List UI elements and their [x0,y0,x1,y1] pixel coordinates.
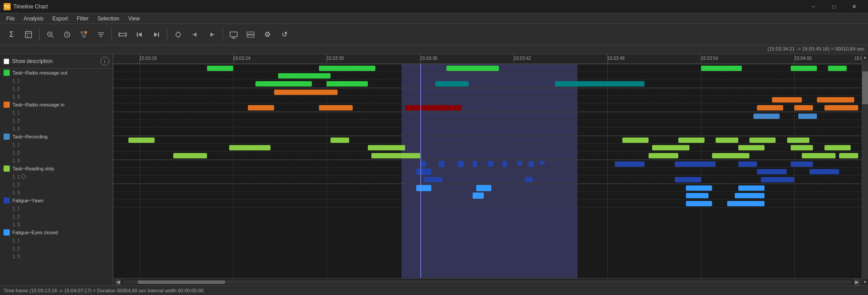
show-description-label[interactable]: Show description [12,58,52,64]
tick-1606: 15:04:06 [854,56,862,61]
vscroll-track[interactable] [862,60,868,279]
svg-point-22 [176,32,180,37]
track-group-yawn: Fatigue~Yawn 1. 1 1. 2 1. 3 [0,197,113,228]
main-area: (15:03:34:21 -> 15:03:45:16) = 00010,84 … [0,45,868,295]
track-color-recording [4,134,10,140]
track-row-yawn-1: 1. 1 [0,205,113,212]
content-area: Show description i Task~Radio message ou… [0,54,868,285]
track-row-eyes-1: 1. 1 [0,236,113,244]
selection-info: (15:03:34:21 -> 15:03:45:16) = 00010,84 … [768,46,864,51]
close-button[interactable]: ✕ [844,0,864,13]
track-name-yawn: Fatigue~Yawn [12,198,44,203]
svg-rect-0 [25,31,32,38]
tick-1536: 15:03:36 [420,56,438,61]
track-row-radio-in-1: 1. 1 [0,109,113,117]
tick-1518: 15:03:18 [139,56,157,61]
jump-end-button[interactable] [148,27,164,43]
track-row-yawn-3: 1. 3 [0,220,113,228]
timeline-header: 15:03:18 15:03:24 15:03:30 15:03:36 15:0… [113,54,862,64]
track-group-radio-out: Task~Radio message out 1. 1 1. 2 1. 3 [0,69,113,101]
info-button[interactable]: i [100,57,109,66]
window-title: Timeline Chart [13,4,803,10]
row-reading-3 [113,152,862,160]
track-label-radio-out: Task~Radio message out [0,69,113,77]
svg-rect-33 [247,35,254,37]
toolbar-sep-2 [111,28,112,41]
stack-button[interactable] [243,27,259,43]
svg-marker-20 [154,32,158,37]
svg-rect-32 [247,32,254,34]
scroll-track[interactable] [123,280,852,284]
menu-view[interactable]: View [124,15,144,23]
svg-marker-25 [194,32,196,37]
horizontal-scrollbar[interactable]: ◀ ▶ [113,278,862,285]
prev-button[interactable] [187,27,203,43]
vertical-scrollbar[interactable]: ▲ ▼ [862,54,868,285]
track-row-eyes-3: 1. 3 [0,252,113,260]
status-text: Time frame (15:03:13:18 -> 15:04:07:17) … [4,288,203,293]
menu-filter[interactable]: Filter [72,15,93,23]
refresh-button[interactable]: ↺ [276,27,292,43]
chart-area[interactable]: 15:03:18 15:03:24 15:03:30 15:03:36 15:0… [113,54,862,285]
track-group-radio-in: Task~Radio message in 1. 1 1. 2 1. 3 [0,101,113,133]
tick-1548: 15:03:48 [607,56,625,61]
track-color-eyes-closed [4,229,10,236]
next-button[interactable] [204,27,220,43]
track-label-reading: Task~Reading strip [0,165,113,173]
track-row-radio-out-3: 1. 3 [0,93,113,101]
row-yawn-2 [113,168,862,176]
display-button[interactable] [226,27,242,43]
track-label-recording: Task~Recording [0,133,113,141]
track-group-eyes-closed: Fatigue~Eyes closed 1. 1 1. 2 1. 3 [0,228,113,260]
scroll-left-arrow[interactable]: ◀ [115,279,121,285]
settings-button[interactable]: ⚙ [259,27,275,43]
titlebar: TC Timeline Chart − □ ✕ [0,0,868,13]
show-description-checkbox[interactable] [4,59,9,64]
track-row-recording-3: 1. 3 [0,157,113,165]
vscroll-down-arrow[interactable]: ▼ [862,279,868,285]
svg-rect-15 [119,33,126,36]
vscroll-thumb[interactable] [862,71,868,104]
export-table-button[interactable] [20,27,36,43]
menu-export[interactable]: Export [48,15,72,23]
tick-1524: 15:03:24 [233,56,251,61]
track-group-recording: Task~Recording 1. 1 1. 2 1. 3 [0,133,113,165]
vscroll-up-arrow[interactable]: ▲ [862,54,868,60]
row-recording-1 [113,112,862,120]
row-eyes-1 [113,184,862,192]
minimize-button[interactable]: − [803,0,824,13]
track-name-reading: Task~Reading strip [12,166,54,171]
jump-start-button[interactable] [131,27,147,43]
row-radio-out-1 [113,64,862,72]
track-row-reading-1: 1. 1 [0,173,113,181]
track-row-reading-3: 1. 3 [0,189,113,197]
track-name-radio-in: Task~Radio message in [12,102,64,107]
track-row-yawn-2: 1. 2 [0,212,113,220]
left-panel: Show description i Task~Radio message ou… [0,54,113,285]
menu-file[interactable]: File [2,15,19,23]
chart-canvas[interactable] [113,64,862,278]
history-button[interactable] [59,27,75,43]
track-label-radio-in: Task~Radio message in [0,101,113,109]
center-button[interactable] [170,27,186,43]
row-yawn-1 [113,160,862,168]
menu-selection[interactable]: Selection [93,15,123,23]
scroll-right-arrow[interactable]: ▶ [854,279,860,285]
menu-analysis[interactable]: Analysis [19,15,48,23]
maximize-button[interactable]: □ [824,0,844,13]
interval-button[interactable] [115,27,131,43]
track-row-radio-out-2: 1. 2 [0,85,113,93]
toolbar-sep-3 [167,28,167,41]
filter-button[interactable] [93,27,109,43]
track-row-eyes-2: 1. 2 [0,244,113,252]
zoom-button[interactable] [42,27,58,43]
row-eyes-3 [113,200,862,208]
filter-active-button[interactable] [76,27,92,43]
track-row-radio-in-3: 1. 3 [0,125,113,133]
sum-button[interactable]: Σ [4,27,20,43]
scroll-thumb[interactable] [138,280,225,284]
track-color-reading [4,165,10,172]
row-radio-in-2 [113,96,862,104]
svg-marker-18 [138,32,142,37]
track-name-eyes-closed: Fatigue~Eyes closed [12,230,58,235]
